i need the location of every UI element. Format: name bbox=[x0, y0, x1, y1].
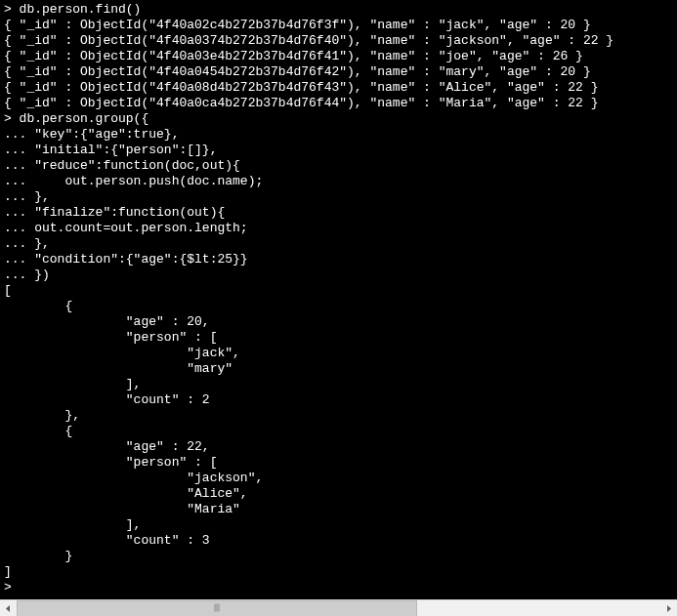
terminal-line: "count" : 3 bbox=[4, 533, 673, 549]
terminal-line: "mary" bbox=[4, 361, 673, 377]
terminal-line: "age" : 20, bbox=[4, 314, 673, 330]
terminal-line: > db.person.find() bbox=[4, 2, 673, 18]
scroll-thumb[interactable] bbox=[17, 600, 417, 617]
terminal-line: { "_id" : ObjectId("4f40a03e4b272b37b4d7… bbox=[4, 49, 673, 64]
terminal-line: ... }, bbox=[4, 189, 673, 205]
terminal-line: > bbox=[4, 580, 673, 595]
terminal-line: [ bbox=[4, 283, 673, 299]
terminal-line: "person" : [ bbox=[4, 455, 673, 471]
scroll-right-arrow[interactable] bbox=[660, 600, 677, 617]
terminal-line: "person" : [ bbox=[4, 330, 673, 346]
terminal-line: ... out.count=out.person.length; bbox=[4, 221, 673, 236]
terminal-line: { "_id" : ObjectId("4f40a0ca4b272b37b4d7… bbox=[4, 96, 673, 111]
terminal-line: ... }, bbox=[4, 236, 673, 252]
terminal-line: "Maria" bbox=[4, 502, 673, 517]
terminal-line: { "_id" : ObjectId("4f40a02c4b272b37b4d7… bbox=[4, 18, 673, 33]
terminal-line: ... "key":{"age":true}, bbox=[4, 127, 673, 143]
terminal-line: }, bbox=[4, 408, 673, 424]
terminal-line: "Alice", bbox=[4, 486, 673, 502]
terminal-line: > db.person.group({ bbox=[4, 111, 673, 127]
terminal-line: { "_id" : ObjectId("4f40a0374b272b37b4d7… bbox=[4, 33, 673, 49]
scroll-left-arrow[interactable] bbox=[0, 600, 17, 617]
terminal-line: ... }) bbox=[4, 267, 673, 283]
terminal-line: ... out.person.push(doc.name); bbox=[4, 174, 673, 189]
terminal-line: ] bbox=[4, 564, 673, 580]
terminal-line: { bbox=[4, 424, 673, 439]
terminal-line: { bbox=[4, 299, 673, 314]
terminal-line: "jackson", bbox=[4, 471, 673, 486]
terminal-line: ], bbox=[4, 377, 673, 392]
terminal-line: { "_id" : ObjectId("4f40a0454b272b37b4d7… bbox=[4, 64, 673, 80]
terminal-line: ], bbox=[4, 517, 673, 533]
terminal-line: "count" : 2 bbox=[4, 392, 673, 408]
terminal-line: { "_id" : ObjectId("4f40a08d4b272b37b4d7… bbox=[4, 80, 673, 96]
terminal-line: "age" : 22, bbox=[4, 439, 673, 455]
horizontal-scrollbar[interactable] bbox=[0, 599, 677, 616]
terminal-line: ... "finalize":function(out){ bbox=[4, 205, 673, 221]
terminal-line: ... "reduce":function(doc,out){ bbox=[4, 158, 673, 174]
scroll-track[interactable] bbox=[17, 600, 660, 617]
terminal-line: ... "initial":{"person":[]}, bbox=[4, 143, 673, 158]
terminal-line: "jack", bbox=[4, 346, 673, 361]
terminal-line: ... "condition":{"age":{$lt:25}} bbox=[4, 252, 673, 267]
terminal-output[interactable]: > db.person.find(){ "_id" : ObjectId("4f… bbox=[0, 0, 677, 599]
terminal-line: } bbox=[4, 549, 673, 564]
